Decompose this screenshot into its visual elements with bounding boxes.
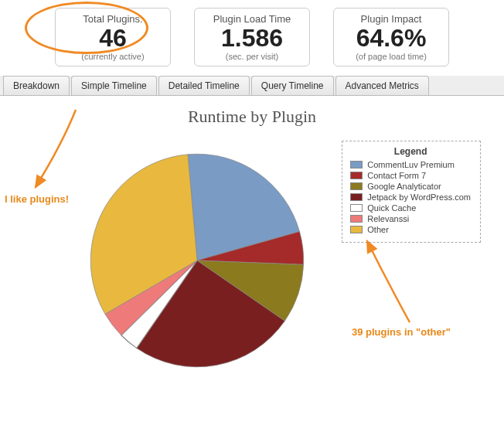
stat-value: 46 <box>70 25 156 52</box>
legend-row: Contact Form 7 <box>350 171 471 180</box>
stat-sub: (of page load time) <box>348 52 434 61</box>
legend-swatch <box>350 226 363 233</box>
stat-label: Plugin Load Time <box>209 13 295 25</box>
legend-row: Other <box>350 225 471 234</box>
legend-swatch <box>350 215 363 223</box>
legend-label: Jetpack by WordPress.com <box>367 192 471 202</box>
legend-label: Quick Cache <box>367 203 416 213</box>
stat-sub: (currently active) <box>70 52 156 61</box>
stats-row: Total Plugins: 46 (currently active) Plu… <box>0 0 504 76</box>
stat-total-plugins: Total Plugins: 46 (currently active) <box>55 8 171 66</box>
stat-label: Plugin Impact <box>348 13 434 25</box>
stat-impact: Plugin Impact 64.6% (of page load time) <box>333 8 449 66</box>
tab-advanced-metrics[interactable]: Advanced Metrics <box>335 76 429 95</box>
pie-chart <box>85 148 309 373</box>
tab-bar: Breakdown Simple Timeline Detailed Timel… <box>0 76 504 96</box>
legend-swatch <box>350 204 363 212</box>
legend-swatch <box>350 172 363 179</box>
legend-title: Legend <box>350 146 471 157</box>
legend-label: Contact Form 7 <box>367 171 426 180</box>
annotation-other-note: 39 plugins in "other" <box>352 326 451 338</box>
legend-swatch <box>350 193 363 201</box>
legend-row: CommentLuv Premium <box>350 160 471 169</box>
tab-simple-timeline[interactable]: Simple Timeline <box>71 76 157 95</box>
legend-label: Google Analyticator <box>367 182 441 191</box>
chart-title: Runtime by Plugin <box>0 107 504 127</box>
stat-label: Total Plugins: <box>70 13 156 25</box>
legend: Legend CommentLuv PremiumContact Form 7G… <box>342 141 481 243</box>
stat-sub: (sec. per visit) <box>209 52 295 61</box>
stat-load-time: Plugin Load Time 1.586 (sec. per visit) <box>194 8 310 66</box>
legend-label: CommentLuv Premium <box>367 160 454 169</box>
tab-detailed-timeline[interactable]: Detailed Timeline <box>158 76 250 95</box>
legend-label: Other <box>367 225 389 234</box>
arrow-annotation-2 <box>332 233 472 342</box>
legend-row: Relevanssi <box>350 214 471 223</box>
tab-query-timeline[interactable]: Query Timeline <box>251 76 334 95</box>
stat-value: 64.6% <box>348 25 434 52</box>
legend-label: Relevanssi <box>367 214 409 223</box>
legend-row: Jetpack by WordPress.com <box>350 192 471 202</box>
legend-swatch <box>350 161 363 169</box>
legend-swatch <box>350 182 363 190</box>
tab-breakdown[interactable]: Breakdown <box>3 76 70 95</box>
chart-area: Legend CommentLuv PremiumContact Form 7G… <box>0 133 504 411</box>
legend-row: Quick Cache <box>350 203 471 213</box>
stat-value: 1.586 <box>209 25 295 52</box>
legend-row: Google Analyticator <box>350 182 471 191</box>
annotation-like-plugins: I like plugins! <box>5 193 69 205</box>
